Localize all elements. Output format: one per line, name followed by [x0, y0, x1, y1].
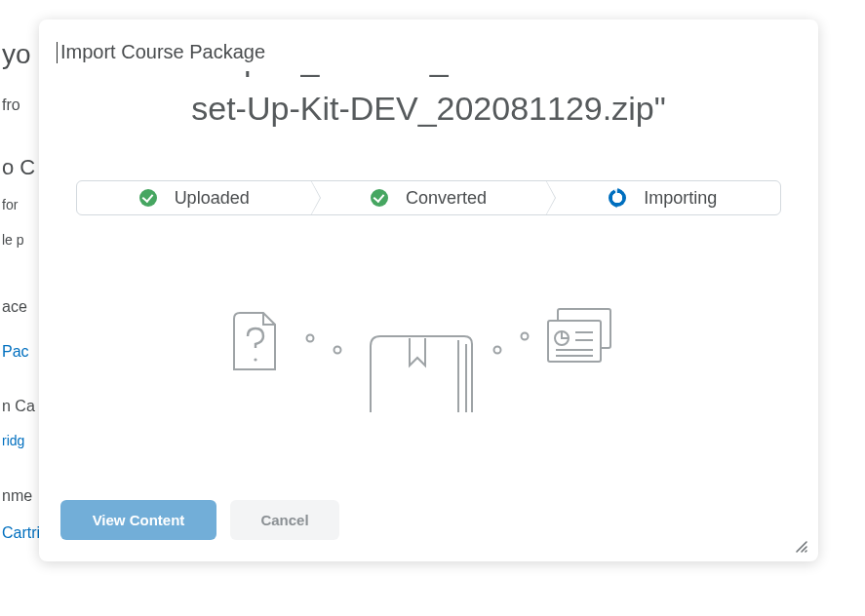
spinner-icon	[609, 189, 626, 207]
svg-line-12	[797, 542, 806, 552]
import-file-name: "D2LExport_350116_remote-instruction-set…	[74, 71, 783, 180]
modal-content-scroll[interactable]: "D2LExport_350116_remote-instruction-set…	[39, 71, 818, 482]
progress-steps: Uploaded Converted Importing	[76, 180, 781, 215]
step-uploaded: Uploaded	[77, 181, 311, 214]
step-importing: Importing	[546, 181, 780, 214]
svg-point-2	[334, 347, 340, 354]
svg-line-14	[806, 551, 806, 552]
illustration-svg	[176, 295, 683, 412]
view-content-button[interactable]: View Content	[60, 500, 216, 540]
step-label: Converted	[406, 188, 487, 209]
import-modal: Import Course Package "D2LExport_350116_…	[39, 19, 818, 561]
resize-handle-icon[interactable]	[793, 538, 808, 554]
svg-point-0	[254, 358, 256, 361]
svg-point-3	[493, 347, 500, 354]
step-label: Importing	[644, 188, 717, 209]
step-label: Uploaded	[175, 188, 250, 209]
step-converted: Converted	[311, 181, 545, 214]
modal-footer: View Content Cancel	[39, 482, 818, 540]
check-icon	[139, 189, 157, 207]
check-icon	[371, 189, 388, 207]
svg-point-1	[306, 335, 313, 342]
import-illustration	[74, 256, 783, 412]
svg-point-4	[521, 333, 528, 340]
cancel-button[interactable]: Cancel	[230, 500, 339, 540]
modal-title: Import Course Package	[39, 41, 818, 71]
